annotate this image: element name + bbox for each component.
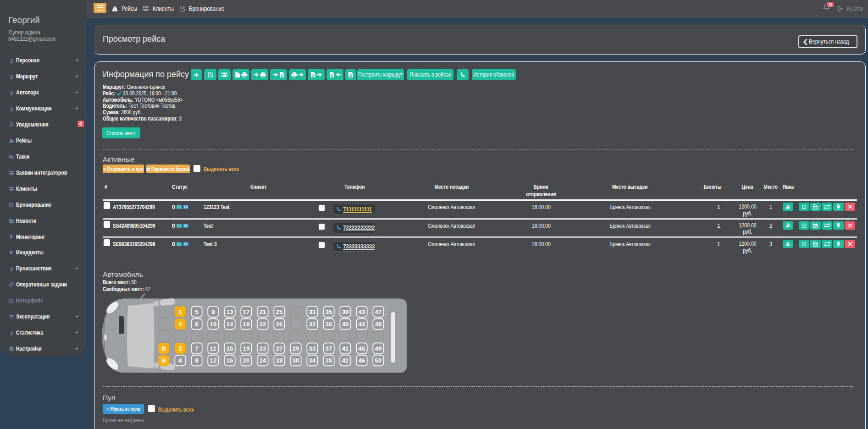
svg-text:18: 18 — [243, 321, 250, 328]
svg-text:10: 10 — [210, 321, 216, 328]
svg-text:38: 38 — [325, 357, 332, 364]
svg-text:44: 44 — [358, 321, 365, 328]
svg-text:46: 46 — [358, 357, 365, 364]
svg-text:7: 7 — [195, 345, 199, 352]
svg-text:28: 28 — [276, 357, 283, 364]
svg-text:27: 27 — [276, 345, 282, 352]
svg-text:14: 14 — [226, 321, 233, 328]
svg-text:B: B — [161, 357, 166, 364]
svg-text:12: 12 — [210, 357, 216, 364]
svg-text:49: 49 — [375, 345, 381, 352]
svg-text:47: 47 — [375, 308, 381, 315]
svg-text:45: 45 — [358, 345, 365, 352]
svg-text:34: 34 — [309, 357, 316, 364]
svg-text:9: 9 — [211, 308, 215, 315]
svg-text:42: 42 — [342, 357, 348, 364]
svg-text:2: 2 — [178, 321, 182, 328]
svg-text:15: 15 — [226, 345, 233, 352]
svg-text:21: 21 — [259, 308, 266, 315]
svg-text:48: 48 — [375, 321, 382, 328]
svg-text:16: 16 — [226, 357, 233, 364]
svg-text:3: 3 — [178, 345, 182, 352]
svg-text:50: 50 — [375, 357, 381, 364]
svg-text:35: 35 — [325, 308, 332, 315]
svg-text:19: 19 — [243, 345, 249, 352]
svg-text:22: 22 — [259, 321, 266, 328]
svg-text:8: 8 — [195, 357, 199, 364]
svg-text:30: 30 — [292, 357, 299, 364]
svg-text:4: 4 — [178, 357, 182, 364]
svg-text:20: 20 — [243, 357, 249, 364]
svg-text:39: 39 — [342, 308, 348, 315]
svg-text:41: 41 — [342, 345, 349, 352]
svg-text:17: 17 — [243, 308, 249, 315]
svg-text:1: 1 — [178, 308, 182, 315]
svg-text:25: 25 — [276, 308, 283, 315]
svg-text:5: 5 — [195, 308, 199, 315]
svg-text:31: 31 — [309, 308, 316, 315]
svg-text:B: B — [161, 345, 166, 352]
svg-text:32: 32 — [309, 321, 315, 328]
svg-text:11: 11 — [210, 345, 217, 352]
svg-text:23: 23 — [259, 345, 266, 352]
svg-text:36: 36 — [325, 321, 332, 328]
svg-text:24: 24 — [259, 357, 266, 364]
svg-text:29: 29 — [292, 345, 299, 352]
svg-text:6: 6 — [195, 321, 199, 328]
svg-text:13: 13 — [226, 308, 233, 315]
svg-text:33: 33 — [309, 345, 316, 352]
svg-text:43: 43 — [358, 308, 365, 315]
svg-text:40: 40 — [342, 321, 348, 328]
svg-text:26: 26 — [276, 321, 283, 328]
svg-text:37: 37 — [325, 345, 332, 352]
